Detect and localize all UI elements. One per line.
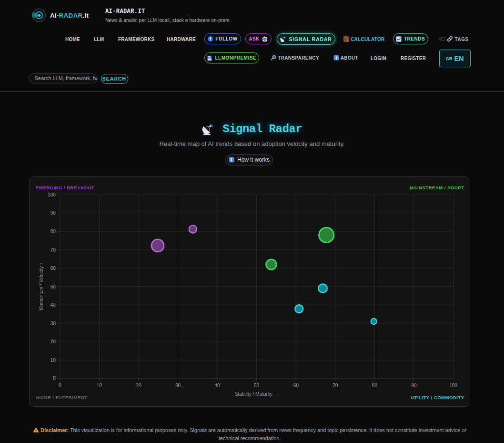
svg-text:70: 70 bbox=[50, 247, 56, 253]
svg-text:80: 80 bbox=[50, 229, 56, 234]
svg-text:90: 90 bbox=[411, 383, 417, 388]
svg-text:EMERGING / BREAKOUT: EMERGING / BREAKOUT bbox=[36, 185, 94, 190]
svg-text:50: 50 bbox=[50, 284, 56, 289]
svg-text:Stability / Maturity →: Stability / Maturity → bbox=[234, 391, 278, 397]
svg-text:NICHE / EXPERIMENT: NICHE / EXPERIMENT bbox=[36, 395, 87, 400]
svg-text:Momentum / Velocity ↑: Momentum / Velocity ↑ bbox=[39, 263, 44, 311]
svg-text:10: 10 bbox=[50, 358, 56, 363]
svg-text:0: 0 bbox=[59, 383, 61, 388]
svg-text:100: 100 bbox=[449, 383, 457, 388]
svg-text:70: 70 bbox=[333, 383, 338, 388]
svg-text:90: 90 bbox=[50, 210, 56, 216]
svg-text:20: 20 bbox=[136, 383, 141, 388]
svg-text:100: 100 bbox=[48, 192, 56, 197]
svg-text:60: 60 bbox=[50, 266, 56, 271]
svg-text:30: 30 bbox=[50, 321, 56, 326]
svg-text:60: 60 bbox=[293, 383, 299, 388]
svg-text:20: 20 bbox=[50, 339, 56, 344]
svg-text:0: 0 bbox=[53, 376, 56, 381]
svg-text:40: 40 bbox=[50, 302, 56, 308]
svg-text:10: 10 bbox=[96, 383, 102, 388]
svg-text:50: 50 bbox=[254, 383, 260, 388]
svg-text:MAINSTREAM / ADOPT: MAINSTREAM / ADOPT bbox=[410, 185, 464, 190]
svg-text:80: 80 bbox=[372, 383, 377, 388]
svg-text:UTILITY / COMMODITY: UTILITY / COMMODITY bbox=[411, 395, 464, 400]
svg-text:30: 30 bbox=[175, 383, 181, 388]
svg-text:40: 40 bbox=[214, 383, 220, 388]
